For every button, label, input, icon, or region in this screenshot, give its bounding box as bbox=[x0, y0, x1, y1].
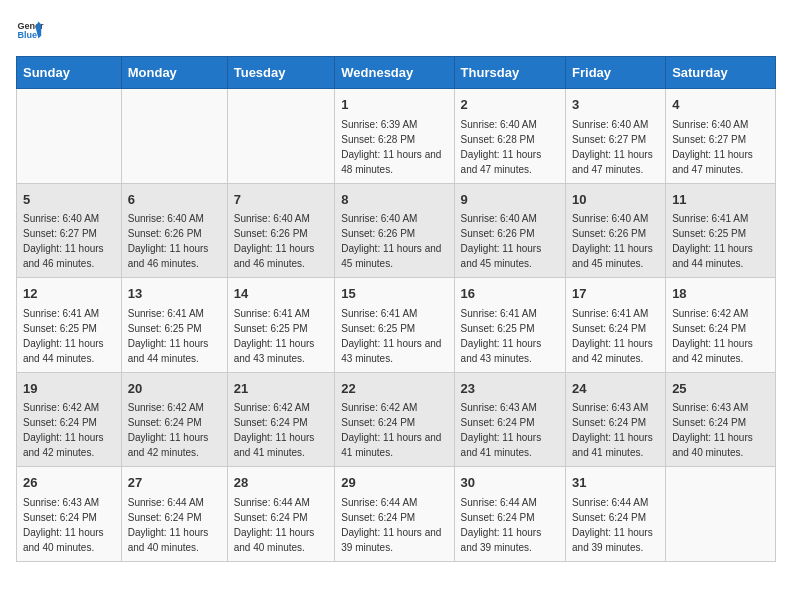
day-number: 25 bbox=[672, 379, 769, 399]
day-number: 21 bbox=[234, 379, 329, 399]
week-row-1: 5Sunrise: 6:40 AM Sunset: 6:27 PM Daylig… bbox=[17, 183, 776, 278]
cell-info: Sunrise: 6:40 AM Sunset: 6:26 PM Dayligh… bbox=[128, 211, 221, 271]
day-number: 24 bbox=[572, 379, 659, 399]
cell-3-3: 22Sunrise: 6:42 AM Sunset: 6:24 PM Dayli… bbox=[335, 372, 454, 467]
cell-3-0: 19Sunrise: 6:42 AM Sunset: 6:24 PM Dayli… bbox=[17, 372, 122, 467]
cell-info: Sunrise: 6:44 AM Sunset: 6:24 PM Dayligh… bbox=[341, 495, 447, 555]
col-header-sunday: Sunday bbox=[17, 57, 122, 89]
day-number: 19 bbox=[23, 379, 115, 399]
cell-info: Sunrise: 6:40 AM Sunset: 6:26 PM Dayligh… bbox=[341, 211, 447, 271]
cell-1-2: 7Sunrise: 6:40 AM Sunset: 6:26 PM Daylig… bbox=[227, 183, 335, 278]
day-number: 14 bbox=[234, 284, 329, 304]
day-number: 30 bbox=[461, 473, 559, 493]
week-row-2: 12Sunrise: 6:41 AM Sunset: 6:25 PM Dayli… bbox=[17, 278, 776, 373]
cell-0-5: 3Sunrise: 6:40 AM Sunset: 6:27 PM Daylig… bbox=[566, 89, 666, 184]
cell-1-6: 11Sunrise: 6:41 AM Sunset: 6:25 PM Dayli… bbox=[666, 183, 776, 278]
col-header-saturday: Saturday bbox=[666, 57, 776, 89]
calendar-table: SundayMondayTuesdayWednesdayThursdayFrid… bbox=[16, 56, 776, 562]
cell-info: Sunrise: 6:44 AM Sunset: 6:24 PM Dayligh… bbox=[461, 495, 559, 555]
col-header-friday: Friday bbox=[566, 57, 666, 89]
header: General Blue bbox=[16, 16, 776, 44]
cell-info: Sunrise: 6:42 AM Sunset: 6:24 PM Dayligh… bbox=[234, 400, 329, 460]
svg-text:Blue: Blue bbox=[17, 30, 37, 40]
cell-info: Sunrise: 6:41 AM Sunset: 6:25 PM Dayligh… bbox=[234, 306, 329, 366]
day-number: 22 bbox=[341, 379, 447, 399]
cell-info: Sunrise: 6:43 AM Sunset: 6:24 PM Dayligh… bbox=[672, 400, 769, 460]
cell-0-6: 4Sunrise: 6:40 AM Sunset: 6:27 PM Daylig… bbox=[666, 89, 776, 184]
cell-info: Sunrise: 6:43 AM Sunset: 6:24 PM Dayligh… bbox=[461, 400, 559, 460]
cell-0-0 bbox=[17, 89, 122, 184]
cell-4-1: 27Sunrise: 6:44 AM Sunset: 6:24 PM Dayli… bbox=[121, 467, 227, 562]
cell-info: Sunrise: 6:40 AM Sunset: 6:27 PM Dayligh… bbox=[23, 211, 115, 271]
day-number: 3 bbox=[572, 95, 659, 115]
cell-info: Sunrise: 6:44 AM Sunset: 6:24 PM Dayligh… bbox=[128, 495, 221, 555]
cell-info: Sunrise: 6:42 AM Sunset: 6:24 PM Dayligh… bbox=[672, 306, 769, 366]
cell-1-3: 8Sunrise: 6:40 AM Sunset: 6:26 PM Daylig… bbox=[335, 183, 454, 278]
day-number: 20 bbox=[128, 379, 221, 399]
cell-3-5: 24Sunrise: 6:43 AM Sunset: 6:24 PM Dayli… bbox=[566, 372, 666, 467]
day-number: 2 bbox=[461, 95, 559, 115]
cell-1-4: 9Sunrise: 6:40 AM Sunset: 6:26 PM Daylig… bbox=[454, 183, 565, 278]
col-header-monday: Monday bbox=[121, 57, 227, 89]
cell-4-6 bbox=[666, 467, 776, 562]
cell-1-5: 10Sunrise: 6:40 AM Sunset: 6:26 PM Dayli… bbox=[566, 183, 666, 278]
cell-2-4: 16Sunrise: 6:41 AM Sunset: 6:25 PM Dayli… bbox=[454, 278, 565, 373]
day-number: 13 bbox=[128, 284, 221, 304]
cell-3-6: 25Sunrise: 6:43 AM Sunset: 6:24 PM Dayli… bbox=[666, 372, 776, 467]
cell-info: Sunrise: 6:39 AM Sunset: 6:28 PM Dayligh… bbox=[341, 117, 447, 177]
cell-info: Sunrise: 6:40 AM Sunset: 6:26 PM Dayligh… bbox=[234, 211, 329, 271]
cell-4-0: 26Sunrise: 6:43 AM Sunset: 6:24 PM Dayli… bbox=[17, 467, 122, 562]
cell-3-1: 20Sunrise: 6:42 AM Sunset: 6:24 PM Dayli… bbox=[121, 372, 227, 467]
day-number: 31 bbox=[572, 473, 659, 493]
cell-4-4: 30Sunrise: 6:44 AM Sunset: 6:24 PM Dayli… bbox=[454, 467, 565, 562]
cell-info: Sunrise: 6:41 AM Sunset: 6:25 PM Dayligh… bbox=[461, 306, 559, 366]
cell-0-4: 2Sunrise: 6:40 AM Sunset: 6:28 PM Daylig… bbox=[454, 89, 565, 184]
cell-info: Sunrise: 6:43 AM Sunset: 6:24 PM Dayligh… bbox=[572, 400, 659, 460]
logo-icon: General Blue bbox=[16, 16, 44, 44]
day-number: 27 bbox=[128, 473, 221, 493]
cell-4-5: 31Sunrise: 6:44 AM Sunset: 6:24 PM Dayli… bbox=[566, 467, 666, 562]
cell-info: Sunrise: 6:40 AM Sunset: 6:28 PM Dayligh… bbox=[461, 117, 559, 177]
day-number: 10 bbox=[572, 190, 659, 210]
day-number: 17 bbox=[572, 284, 659, 304]
week-row-0: 1Sunrise: 6:39 AM Sunset: 6:28 PM Daylig… bbox=[17, 89, 776, 184]
cell-info: Sunrise: 6:42 AM Sunset: 6:24 PM Dayligh… bbox=[23, 400, 115, 460]
day-number: 15 bbox=[341, 284, 447, 304]
cell-info: Sunrise: 6:41 AM Sunset: 6:25 PM Dayligh… bbox=[672, 211, 769, 271]
day-number: 11 bbox=[672, 190, 769, 210]
cell-info: Sunrise: 6:40 AM Sunset: 6:27 PM Dayligh… bbox=[572, 117, 659, 177]
day-number: 18 bbox=[672, 284, 769, 304]
cell-0-3: 1Sunrise: 6:39 AM Sunset: 6:28 PM Daylig… bbox=[335, 89, 454, 184]
day-number: 28 bbox=[234, 473, 329, 493]
day-number: 12 bbox=[23, 284, 115, 304]
day-number: 16 bbox=[461, 284, 559, 304]
cell-info: Sunrise: 6:43 AM Sunset: 6:24 PM Dayligh… bbox=[23, 495, 115, 555]
week-row-3: 19Sunrise: 6:42 AM Sunset: 6:24 PM Dayli… bbox=[17, 372, 776, 467]
week-row-4: 26Sunrise: 6:43 AM Sunset: 6:24 PM Dayli… bbox=[17, 467, 776, 562]
cell-4-3: 29Sunrise: 6:44 AM Sunset: 6:24 PM Dayli… bbox=[335, 467, 454, 562]
cell-2-0: 12Sunrise: 6:41 AM Sunset: 6:25 PM Dayli… bbox=[17, 278, 122, 373]
cell-info: Sunrise: 6:42 AM Sunset: 6:24 PM Dayligh… bbox=[128, 400, 221, 460]
day-number: 8 bbox=[341, 190, 447, 210]
day-number: 9 bbox=[461, 190, 559, 210]
cell-4-2: 28Sunrise: 6:44 AM Sunset: 6:24 PM Dayli… bbox=[227, 467, 335, 562]
cell-info: Sunrise: 6:40 AM Sunset: 6:26 PM Dayligh… bbox=[461, 211, 559, 271]
cell-info: Sunrise: 6:41 AM Sunset: 6:25 PM Dayligh… bbox=[23, 306, 115, 366]
cell-info: Sunrise: 6:44 AM Sunset: 6:24 PM Dayligh… bbox=[572, 495, 659, 555]
cell-1-0: 5Sunrise: 6:40 AM Sunset: 6:27 PM Daylig… bbox=[17, 183, 122, 278]
cell-3-4: 23Sunrise: 6:43 AM Sunset: 6:24 PM Dayli… bbox=[454, 372, 565, 467]
day-number: 26 bbox=[23, 473, 115, 493]
cell-info: Sunrise: 6:41 AM Sunset: 6:24 PM Dayligh… bbox=[572, 306, 659, 366]
day-number: 6 bbox=[128, 190, 221, 210]
cell-info: Sunrise: 6:41 AM Sunset: 6:25 PM Dayligh… bbox=[341, 306, 447, 366]
cell-info: Sunrise: 6:40 AM Sunset: 6:26 PM Dayligh… bbox=[572, 211, 659, 271]
col-header-tuesday: Tuesday bbox=[227, 57, 335, 89]
cell-3-2: 21Sunrise: 6:42 AM Sunset: 6:24 PM Dayli… bbox=[227, 372, 335, 467]
day-number: 23 bbox=[461, 379, 559, 399]
cell-1-1: 6Sunrise: 6:40 AM Sunset: 6:26 PM Daylig… bbox=[121, 183, 227, 278]
cell-0-1 bbox=[121, 89, 227, 184]
day-number: 1 bbox=[341, 95, 447, 115]
day-number: 7 bbox=[234, 190, 329, 210]
cell-2-2: 14Sunrise: 6:41 AM Sunset: 6:25 PM Dayli… bbox=[227, 278, 335, 373]
cell-0-2 bbox=[227, 89, 335, 184]
